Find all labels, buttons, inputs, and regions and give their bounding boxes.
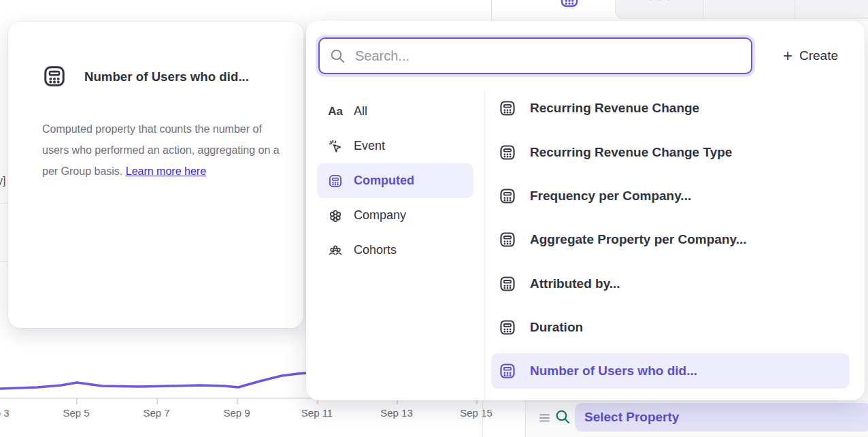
- learn-more-link[interactable]: Learn more here: [126, 165, 206, 177]
- calculator-icon: [42, 64, 67, 88]
- property-row[interactable]: Aggregate Property per Company...: [491, 218, 850, 261]
- panel-divider-top: [491, 0, 492, 20]
- create-button-label: Create: [799, 48, 838, 63]
- property-row-selected[interactable]: Number of Users who did...: [491, 353, 850, 389]
- calculator-icon: [499, 275, 516, 293]
- chart-panel-border: [482, 399, 483, 437]
- tooltip-title: Number of Users who did...: [84, 69, 249, 84]
- select-property-label: Select Property: [584, 410, 679, 425]
- calculator-icon: [499, 144, 516, 161]
- category-cohorts[interactable]: Cohorts: [317, 233, 473, 268]
- category-company[interactable]: Company: [317, 198, 473, 233]
- select-property-field[interactable]: Select Property: [575, 403, 868, 432]
- builder-panel-border: [525, 400, 526, 437]
- x-axis-label: Sep 11: [301, 407, 333, 419]
- x-axis-label: Sep 15: [460, 407, 493, 419]
- search-icon: [329, 48, 346, 64]
- hamburger-icon[interactable]: [539, 413, 550, 423]
- x-axis-label: Sep 9: [223, 407, 250, 419]
- plus-icon: +: [783, 49, 792, 63]
- category-event[interactable]: Event: [317, 129, 473, 163]
- clipped-text-fragment: y]: [0, 175, 5, 187]
- popover-divider: [484, 91, 485, 408]
- chart-series-line: [0, 372, 316, 389]
- x-axis-label: Sep 3: [0, 407, 10, 419]
- computed-icon: [328, 174, 343, 189]
- tab-divider: [795, 0, 795, 19]
- property-row[interactable]: Recurring Revenue Change Type: [491, 130, 850, 174]
- calculator-icon: [499, 99, 516, 117]
- tab-divider: [703, 0, 703, 19]
- tooltip-description: Computed property that counts the number…: [42, 118, 291, 182]
- search-input[interactable]: [354, 48, 741, 65]
- property-label: Attributed by...: [530, 276, 620, 291]
- property-label: Recurring Revenue Change Type: [530, 145, 732, 160]
- x-axis-label: Sep 5: [63, 407, 89, 419]
- property-row[interactable]: Frequency per Company...: [491, 174, 850, 218]
- cohorts-icon: [328, 242, 343, 258]
- category-label: All: [354, 104, 367, 118]
- event-icon: [328, 139, 343, 154]
- calculator-icon: [499, 362, 516, 380]
- category-label: Computed: [354, 174, 414, 188]
- x-axis-label: Sep 7: [143, 407, 169, 419]
- property-row[interactable]: Duration: [491, 306, 850, 349]
- x-axis-tick: [76, 398, 78, 404]
- tab-curve-icon[interactable]: [741, 0, 765, 7]
- property-label: Recurring Revenue Change: [530, 101, 699, 116]
- property-label: Duration: [530, 320, 583, 335]
- property-label: Number of Users who did...: [530, 363, 697, 378]
- x-axis-tick: [156, 398, 158, 404]
- calculator-icon: [499, 187, 516, 205]
- category-label: Cohorts: [354, 243, 397, 257]
- category-all[interactable]: Aa All: [317, 94, 473, 129]
- tab-calculator-icon[interactable]: [559, 0, 580, 9]
- app-screen: y] Sep 3Sep 5Sep 7Sep 9Sep 11Sep 13Sep 1…: [0, 0, 868, 437]
- category-label: Company: [354, 208, 406, 223]
- calculator-icon: [499, 231, 516, 248]
- category-list: Aa All Event Computed Company Cohorts: [317, 94, 473, 268]
- property-row[interactable]: Attributed by...: [491, 262, 850, 306]
- property-list: Recurring Revenue Change Recurring Reven…: [491, 86, 850, 393]
- x-axis-label: Sep 13: [380, 407, 413, 419]
- green-search-icon[interactable]: [554, 408, 571, 425]
- calculator-icon: [499, 319, 516, 336]
- property-label: Frequency per Company...: [530, 189, 691, 204]
- tab-circles-icon[interactable]: [647, 0, 673, 7]
- aa-icon: Aa: [328, 105, 343, 118]
- category-computed[interactable]: Computed: [317, 163, 473, 198]
- create-button[interactable]: + Create: [779, 48, 842, 64]
- x-axis-tick: [237, 398, 238, 404]
- property-tooltip-card: Number of Users who did... Computed prop…: [8, 22, 303, 328]
- property-label: Aggregate Property per Company...: [530, 232, 747, 247]
- company-icon: [328, 208, 343, 223]
- category-label: Event: [354, 139, 385, 153]
- search-box[interactable]: [318, 37, 752, 74]
- property-row[interactable]: Recurring Revenue Change: [491, 86, 850, 130]
- tab-u-icon[interactable]: [829, 0, 842, 4]
- property-picker-popover: + Create Aa All Event Computed Company: [306, 20, 865, 400]
